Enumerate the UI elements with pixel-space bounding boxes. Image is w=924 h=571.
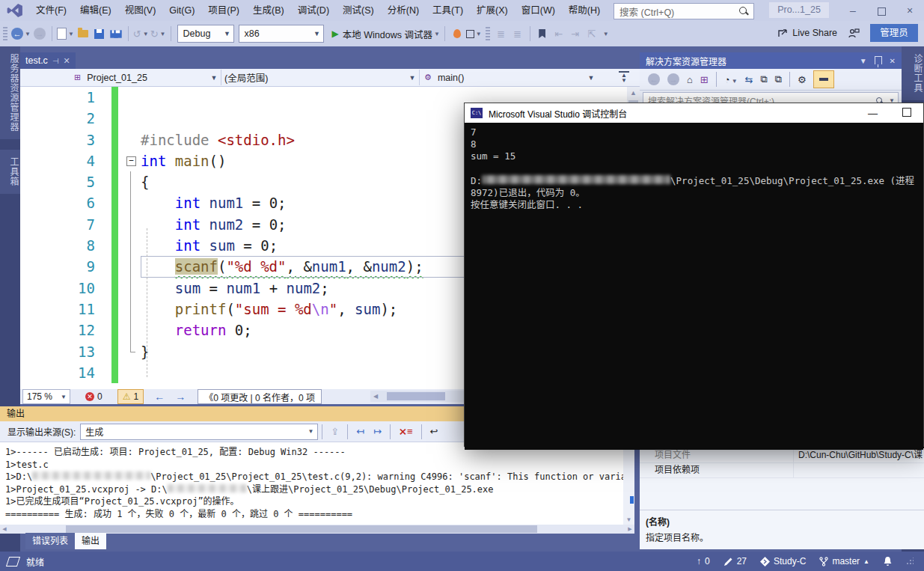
- unpushed-edits-button[interactable]: 27: [723, 556, 747, 567]
- preview-selected-items-toggle[interactable]: [813, 70, 834, 88]
- next-issue-button[interactable]: →: [175, 391, 186, 403]
- maximize-button[interactable]: [867, 0, 896, 21]
- folding-margin[interactable]: [124, 299, 141, 320]
- property-value[interactable]: D:\Cun-Chu\GitHub\Study-C\课: [794, 448, 924, 462]
- property-row[interactable]: 项目文件D:\Cun-Chu\GitHub\Study-C\课: [640, 448, 924, 463]
- panel-tab-error-list[interactable]: 错误列表: [25, 533, 75, 549]
- undo-button[interactable]: ↺▼: [133, 25, 149, 43]
- folding-margin[interactable]: [124, 214, 141, 235]
- repository-button[interactable]: Study-C: [760, 556, 806, 567]
- output-log[interactable]: 1>------ 已启动生成: 项目: Project_01_25, 配置: D…: [0, 442, 634, 525]
- pending-changes-filter-icon[interactable]: ◔▼: [724, 74, 738, 85]
- property-value[interactable]: [794, 463, 924, 477]
- codelens-summary[interactable]: 《0 项更改 | 0 名作者，0 项: [198, 389, 322, 404]
- open-folder-button[interactable]: [76, 25, 91, 43]
- member-dropdown[interactable]: ⚙ main()▼: [420, 70, 598, 85]
- folding-margin[interactable]: [124, 256, 141, 277]
- indent-decrease-icon[interactable]: ≣: [494, 25, 509, 43]
- folding-margin[interactable]: [124, 320, 141, 341]
- output-vertical-scrollbar[interactable]: ▲ ▼: [623, 442, 634, 525]
- pin-panel-icon[interactable]: [875, 56, 882, 66]
- se-forward-button[interactable]: →: [667, 73, 679, 85]
- menu-item[interactable]: 视图(V): [118, 0, 163, 21]
- menu-item[interactable]: 调试(D): [291, 0, 336, 21]
- side-tab[interactable]: 工具箱: [0, 150, 20, 194]
- menu-item[interactable]: 文件(F): [29, 0, 73, 21]
- collapse-all-icon[interactable]: ⧉: [775, 73, 782, 85]
- menu-item[interactable]: 编辑(E): [73, 0, 118, 21]
- bookmark-button[interactable]: [535, 25, 550, 43]
- output-source-select[interactable]: 生成▼: [80, 424, 318, 440]
- save-button[interactable]: [92, 25, 107, 43]
- menu-item[interactable]: 窗口(W): [515, 0, 562, 21]
- window-position-icon[interactable]: ▼: [860, 57, 867, 65]
- properties-wrench-icon[interactable]: ⚙: [798, 74, 807, 85]
- application-insights-button[interactable]: ▼: [466, 25, 482, 43]
- solution-configuration-select[interactable]: Debug▼: [177, 25, 234, 43]
- solution-platform-select[interactable]: x86▼: [239, 25, 324, 43]
- save-all-button[interactable]: [108, 25, 123, 43]
- se-back-button[interactable]: ←: [648, 73, 660, 85]
- indent-increase-icon[interactable]: ≣: [510, 25, 525, 43]
- switch-views-icon[interactable]: ⊞: [700, 74, 709, 85]
- console-title-bar[interactable]: C:\ Microsoft Visual Studio 调试控制台 —: [465, 103, 923, 123]
- error-count-button[interactable]: ✕ 0: [81, 390, 107, 403]
- administrator-badge-button[interactable]: 管理员: [870, 24, 918, 42]
- project-dropdown[interactable]: ⊞ Project_01_25▼: [70, 70, 221, 85]
- word-wrap-button[interactable]: ↩: [430, 426, 438, 437]
- toolbar-grip[interactable]: [3, 27, 7, 40]
- folding-margin[interactable]: [124, 87, 141, 108]
- clear-bookmarks-button[interactable]: ⇱: [584, 25, 599, 43]
- panel-tab-output[interactable]: 输出: [75, 533, 106, 549]
- resize-grip[interactable]: [906, 558, 914, 565]
- scope-dropdown[interactable]: (全局范围)▼: [221, 70, 420, 85]
- branch-button[interactable]: master ▲: [819, 556, 869, 567]
- notifications-button[interactable]: [883, 556, 893, 567]
- folding-margin[interactable]: [124, 192, 141, 213]
- property-row[interactable]: 项目依赖项: [640, 463, 924, 478]
- folding-margin[interactable]: [124, 171, 141, 192]
- minimize-button[interactable]: –: [839, 0, 867, 21]
- console-minimize-button[interactable]: —: [856, 108, 890, 119]
- previous-issue-button[interactable]: ←: [154, 391, 165, 403]
- background-tasks-icon[interactable]: [6, 557, 20, 567]
- incoming-commits-button[interactable]: ↑ 0: [697, 556, 710, 567]
- toolbar-overflow-button[interactable]: ▼: [603, 31, 609, 37]
- side-tab[interactable]: 诊断工具: [902, 46, 924, 100]
- navigate-forward-button[interactable]: →: [32, 25, 47, 43]
- collapse-icon[interactable]: −: [126, 156, 136, 166]
- toolbar-grip[interactable]: [486, 27, 490, 40]
- folding-margin[interactable]: [124, 235, 141, 256]
- menu-item[interactable]: 帮助(H): [562, 0, 607, 21]
- folding-margin[interactable]: −: [124, 150, 141, 171]
- menu-item[interactable]: Git(G): [162, 0, 201, 21]
- close-button[interactable]: ×: [896, 0, 924, 21]
- send-feedback-icon[interactable]: [848, 28, 860, 39]
- folding-margin[interactable]: [124, 129, 141, 150]
- quick-search-input[interactable]: 搜索 (Ctrl+Q): [614, 3, 754, 19]
- close-tab-icon[interactable]: ✕: [64, 56, 70, 66]
- hot-reload-icon[interactable]: [450, 25, 465, 43]
- next-message-button[interactable]: ↦: [373, 426, 382, 437]
- home-icon[interactable]: ⌂: [687, 74, 693, 85]
- refresh-icon[interactable]: ⧉: [760, 73, 767, 85]
- folding-margin[interactable]: [124, 341, 141, 362]
- next-bookmark-button[interactable]: ⇥: [568, 25, 583, 43]
- pin-tab-icon[interactable]: ⊣: [52, 57, 59, 65]
- live-share-button[interactable]: Live Share: [792, 28, 837, 38]
- folding-margin[interactable]: [124, 362, 141, 383]
- menu-item[interactable]: 项目(P): [201, 0, 246, 21]
- split-window-button[interactable]: ▲▼: [619, 71, 629, 85]
- navigate-back-button[interactable]: ←▼: [11, 25, 31, 43]
- start-debugging-button[interactable]: ▶ 本地 Windows 调试器▼: [332, 25, 440, 43]
- sync-with-active-document-icon[interactable]: ⇆: [745, 74, 753, 85]
- menu-item[interactable]: 生成(B): [246, 0, 291, 21]
- warning-count-button[interactable]: ⚠ 1: [117, 389, 144, 404]
- redo-button[interactable]: ↻▼: [150, 25, 166, 43]
- menu-item[interactable]: 工具(T): [426, 0, 470, 21]
- console-output[interactable]: 78sum = 15 D:\Project_01_25\Debug\Projec…: [465, 123, 923, 450]
- previous-bookmark-button[interactable]: ⇤: [551, 25, 566, 43]
- clear-output-button[interactable]: ⨯≡: [399, 426, 412, 437]
- folding-margin[interactable]: [124, 278, 141, 299]
- side-tab[interactable]: 服务器资源管理器: [0, 46, 20, 139]
